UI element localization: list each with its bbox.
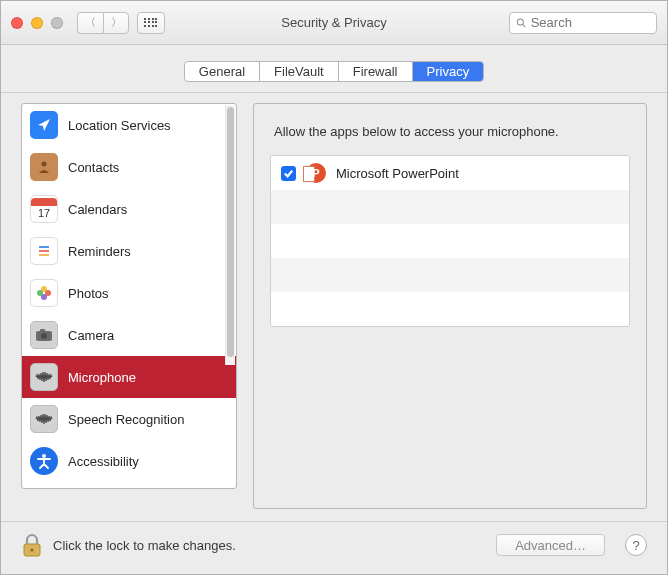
tab-privacy[interactable]: Privacy <box>413 62 484 81</box>
sidebar-item-contacts[interactable]: Contacts <box>22 146 236 188</box>
svg-rect-12 <box>40 329 45 332</box>
svg-line-1 <box>523 24 526 27</box>
location-icon <box>30 111 58 139</box>
sidebar-item-label: Reminders <box>68 244 131 259</box>
zoom-window-button <box>51 17 63 29</box>
tab-general[interactable]: General <box>185 62 260 81</box>
calendar-day: 17 <box>38 206 50 220</box>
tab-row: General FileVault Firewall Privacy <box>1 45 667 92</box>
tab-filevault[interactable]: FileVault <box>260 62 339 81</box>
window-title: Security & Privacy <box>281 15 386 30</box>
chevron-left-icon: 〈 <box>85 15 96 30</box>
window-controls <box>11 17 63 29</box>
search-icon <box>516 17 527 29</box>
back-button[interactable]: 〈 <box>77 12 103 34</box>
show-all-button[interactable] <box>137 12 165 34</box>
reminders-icon <box>30 237 58 265</box>
sidebar-item-label: Location Services <box>68 118 171 133</box>
sidebar-item-photos[interactable]: Photos <box>22 272 236 314</box>
footer: Click the lock to make changes. Advanced… <box>1 522 667 574</box>
tab-segmented-control: General FileVault Firewall Privacy <box>184 61 484 82</box>
app-checkbox[interactable] <box>281 166 296 181</box>
svg-point-13 <box>42 454 46 458</box>
search-field[interactable] <box>509 12 657 34</box>
forward-button[interactable]: 〉 <box>103 12 129 34</box>
sidebar-item-reminders[interactable]: Reminders <box>22 230 236 272</box>
help-button[interactable]: ? <box>625 534 647 556</box>
contacts-icon <box>30 153 58 181</box>
sidebar-item-label: Microphone <box>68 370 136 385</box>
content-area: Location Services Contacts 17 Calendars <box>1 93 667 521</box>
check-icon <box>283 168 294 179</box>
sidebar-item-location[interactable]: Location Services <box>22 104 236 146</box>
svg-point-15 <box>30 548 33 551</box>
scrollbar-thumb[interactable] <box>227 107 234 357</box>
app-row-empty <box>271 258 629 292</box>
grid-icon <box>144 18 158 28</box>
sidebar-item-speech[interactable]: Speech Recognition <box>22 398 236 440</box>
nav-back-forward: 〈 〉 <box>77 12 129 34</box>
lock-text: Click the lock to make changes. <box>53 538 236 553</box>
minimize-window-button[interactable] <box>31 17 43 29</box>
sidebar-item-label: Camera <box>68 328 114 343</box>
titlebar: 〈 〉 Security & Privacy <box>1 1 667 45</box>
privacy-sidebar: Location Services Contacts 17 Calendars <box>21 103 237 489</box>
app-row-empty <box>271 190 629 224</box>
tab-firewall[interactable]: Firewall <box>339 62 413 81</box>
search-input[interactable] <box>531 15 650 30</box>
help-icon: ? <box>632 538 639 553</box>
detail-heading: Allow the apps below to access your micr… <box>274 124 626 139</box>
svg-point-11 <box>41 333 47 339</box>
sidebar-item-label: Accessibility <box>68 454 139 469</box>
app-row[interactable]: P Microsoft PowerPoint <box>271 156 629 190</box>
sidebar-item-camera[interactable]: Camera <box>22 314 236 356</box>
svg-point-0 <box>517 18 523 24</box>
app-row-empty <box>271 224 629 258</box>
advanced-button[interactable]: Advanced… <box>496 534 605 556</box>
preferences-window: 〈 〉 Security & Privacy General FileVault… <box>0 0 668 575</box>
svg-point-2 <box>42 162 47 167</box>
microphone-icon <box>30 363 58 391</box>
sidebar-list[interactable]: Location Services Contacts 17 Calendars <box>22 104 236 488</box>
sidebar-scrollbar[interactable] <box>225 105 235 365</box>
photos-icon <box>30 279 58 307</box>
sidebar-item-label: Speech Recognition <box>68 412 184 427</box>
close-window-button[interactable] <box>11 17 23 29</box>
calendar-icon: 17 <box>30 195 58 223</box>
lock-icon[interactable] <box>21 532 43 558</box>
sidebar-item-label: Photos <box>68 286 108 301</box>
camera-icon <box>30 321 58 349</box>
detail-panel: Allow the apps below to access your micr… <box>253 103 647 509</box>
app-name: Microsoft PowerPoint <box>336 166 459 181</box>
app-row-empty <box>271 292 629 326</box>
sidebar-item-label: Calendars <box>68 202 127 217</box>
chevron-right-icon: 〉 <box>111 15 122 30</box>
app-list: P Microsoft PowerPoint <box>270 155 630 327</box>
sidebar-item-calendars[interactable]: 17 Calendars <box>22 188 236 230</box>
sidebar-item-accessibility[interactable]: Accessibility <box>22 440 236 482</box>
speech-icon <box>30 405 58 433</box>
sidebar-item-label: Contacts <box>68 160 119 175</box>
svg-point-9 <box>37 290 43 296</box>
sidebar-item-microphone[interactable]: Microphone <box>22 356 236 398</box>
powerpoint-icon: P <box>306 163 326 183</box>
accessibility-icon <box>30 447 58 475</box>
